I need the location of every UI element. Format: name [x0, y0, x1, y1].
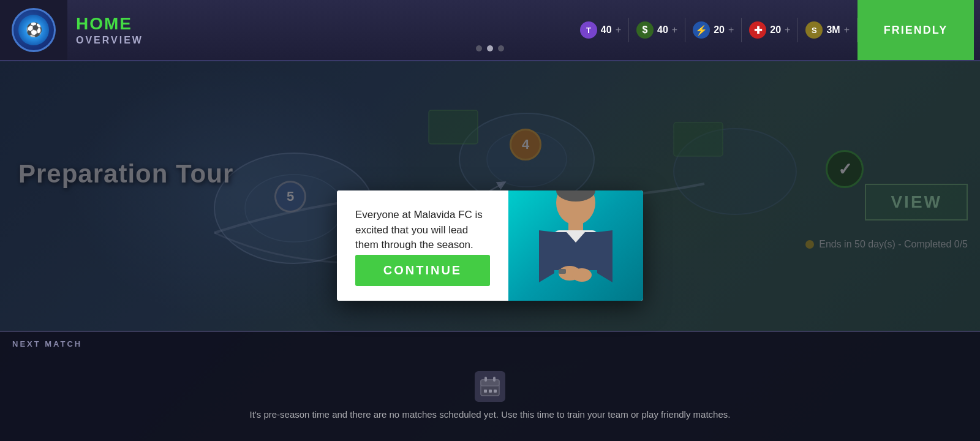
stat-value-energy: 20: [714, 24, 725, 36]
modal-message: Everyone at Malavida FC is excited that …: [355, 208, 490, 253]
modal-dialog: Everyone at Malavida FC is excited that …: [337, 190, 643, 301]
svg-rect-16: [484, 377, 487, 382]
stat-plus-energy[interactable]: +: [728, 24, 734, 36]
svg-point-12: [572, 268, 592, 282]
next-match-label: NEXT MATCH: [0, 332, 980, 352]
slide-indicators: [476, 45, 504, 51]
club-logo: ⚽: [12, 8, 56, 52]
stat-plus-money[interactable]: +: [672, 24, 677, 36]
stat-group-t: T 40 +: [573, 21, 628, 39]
svg-rect-20: [494, 390, 497, 393]
stat-icon-energy: ⚡: [693, 21, 710, 39]
stat-group-energy: ⚡ 20 +: [685, 21, 741, 39]
modal-text-section: Everyone at Malavida FC is excited that …: [337, 190, 508, 301]
next-match-content: It's pre-season time and there are no ma…: [0, 352, 980, 441]
calendar-icon: [475, 371, 505, 402]
modal-character-section: [508, 190, 643, 301]
continue-button[interactable]: CONTINUE: [355, 255, 490, 286]
stat-value-t: 40: [601, 24, 612, 36]
page-title: HOME: [76, 14, 573, 34]
stat-group-shield: ✚ 20 +: [742, 21, 797, 39]
logo-icon: ⚽: [18, 15, 49, 45]
no-match-text: It's pre-season time and there are no ma…: [250, 408, 731, 422]
friendly-button[interactable]: FRIENDLY: [858, 0, 974, 60]
title-area: HOME OVERVIEW: [67, 0, 573, 60]
next-match-bar: NEXT MATCH It's pre-season time and ther…: [0, 331, 980, 441]
main-area: Preparation Tour 4 5 ✓ VIEW Ends in 50 d…: [0, 61, 980, 441]
stat-icon-shield: ✚: [749, 21, 766, 39]
stat-group-s: S 3M +: [798, 21, 857, 39]
top-bar: ⚽ HOME OVERVIEW T 40 + $ 40 + ⚡ 2: [0, 0, 980, 61]
stat-icon-t: T: [580, 21, 597, 39]
stat-value-shield: 20: [770, 24, 781, 36]
stat-group-money: $ 40 +: [629, 21, 685, 39]
slide-dot-2[interactable]: [487, 45, 493, 51]
svg-rect-19: [489, 390, 492, 393]
slide-dot-3[interactable]: [498, 45, 504, 51]
stat-plus-s[interactable]: +: [844, 24, 850, 36]
logo-area: ⚽: [0, 0, 67, 60]
svg-rect-17: [493, 377, 496, 382]
page-subtitle: OVERVIEW: [76, 35, 573, 46]
stat-icon-money: $: [636, 21, 654, 39]
manager-figure: [508, 190, 643, 301]
slide-dot-1[interactable]: [476, 45, 482, 51]
stat-plus-t[interactable]: +: [616, 24, 621, 36]
svg-rect-13: [559, 269, 566, 274]
stats-area: T 40 + $ 40 + ⚡ 20 + ✚ 20 + S 3M: [573, 0, 980, 60]
stat-icon-s: S: [805, 21, 823, 39]
svg-rect-18: [484, 390, 487, 393]
stat-value-s: 3M: [826, 24, 840, 36]
svg-rect-15: [481, 380, 499, 386]
stat-value-money: 40: [657, 24, 668, 36]
calendar-svg: [480, 376, 500, 397]
stat-plus-shield[interactable]: +: [785, 24, 790, 36]
